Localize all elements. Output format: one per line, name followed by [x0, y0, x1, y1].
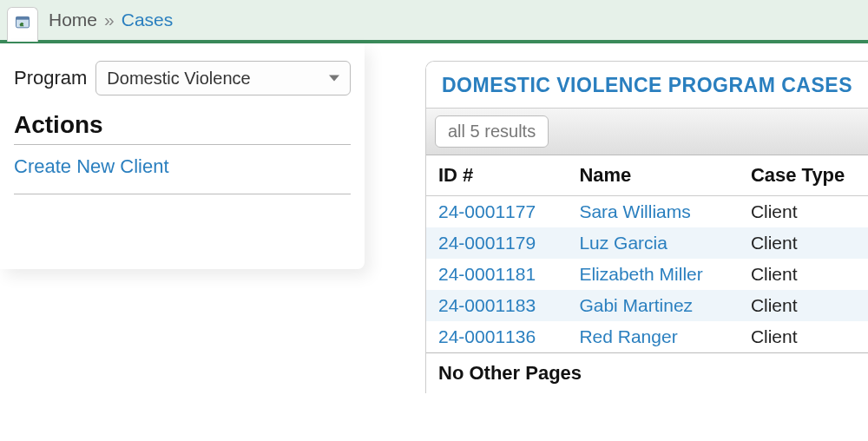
- cell-case-type: Client: [739, 290, 868, 321]
- case-name-link[interactable]: Gabi Martinez: [579, 295, 693, 315]
- case-id-link[interactable]: 24-0001179: [438, 233, 536, 253]
- cell-id: 24-0001183: [426, 290, 567, 321]
- results-toolbar: all 5 results: [426, 108, 868, 155]
- cell-id: 24-0001181: [426, 259, 567, 290]
- home-icon: [13, 14, 32, 36]
- pager-text: No Other Pages: [426, 352, 868, 393]
- results-count-button[interactable]: all 5 results: [435, 115, 549, 148]
- cell-id: 24-0001179: [426, 227, 567, 259]
- svg-rect-1: [16, 16, 30, 19]
- case-id-link[interactable]: 24-0001136: [438, 326, 536, 346]
- table-row: 24-0001177Sara WilliamsClient: [426, 196, 868, 228]
- cell-name: Sara Williams: [567, 196, 738, 228]
- cell-case-type: Client: [739, 259, 868, 290]
- cell-case-type: Client: [739, 227, 868, 259]
- case-name-link[interactable]: Red Ranger: [579, 326, 677, 346]
- program-selected-value: Domestic Violence: [107, 69, 250, 89]
- col-id[interactable]: ID #: [426, 155, 567, 196]
- case-id-link[interactable]: 24-0001183: [438, 295, 536, 315]
- create-new-client-link[interactable]: Create New Client: [14, 155, 351, 178]
- sidebar-panel: Program Domestic Violence Actions Create…: [0, 43, 365, 269]
- col-name[interactable]: Name: [567, 155, 738, 196]
- table-row: 24-0001136Red RangerClient: [426, 321, 868, 352]
- cell-name: Luz Garcia: [567, 227, 738, 259]
- col-case-type[interactable]: Case Type: [739, 155, 868, 196]
- cell-case-type: Client: [739, 321, 868, 352]
- breadcrumb-separator: »: [104, 10, 115, 30]
- actions-heading: Actions: [14, 111, 351, 139]
- case-name-link[interactable]: Luz Garcia: [579, 233, 667, 253]
- cases-table: ID # Name Case Type 24-0001177Sara Willi…: [426, 155, 868, 352]
- chevron-down-icon: [329, 76, 339, 82]
- cell-name: Elizabeth Miller: [567, 259, 738, 290]
- program-label: Program: [14, 67, 87, 89]
- case-id-link[interactable]: 24-0001177: [438, 201, 536, 221]
- program-select[interactable]: Domestic Violence: [95, 61, 351, 95]
- breadcrumb-home[interactable]: Home: [49, 10, 97, 30]
- breadcrumb-cases[interactable]: Cases: [122, 10, 174, 30]
- cell-id: 24-0001177: [426, 196, 567, 228]
- cases-tab-title: DOMESTIC VIOLENCE PROGRAM CASES: [426, 62, 868, 108]
- case-id-link[interactable]: 24-0001181: [438, 264, 536, 284]
- main-panel: DOMESTIC VIOLENCE PROGRAM CASES all 5 re…: [365, 43, 868, 393]
- breadcrumb: Home » Cases: [0, 0, 868, 43]
- cell-case-type: Client: [739, 196, 868, 228]
- case-name-link[interactable]: Elizabeth Miller: [579, 264, 702, 284]
- table-row: 24-0001181Elizabeth MillerClient: [426, 259, 868, 290]
- cell-id: 24-0001136: [426, 321, 567, 352]
- case-name-link[interactable]: Sara Williams: [579, 201, 690, 221]
- cell-name: Gabi Martinez: [567, 290, 738, 321]
- divider: [14, 194, 351, 194]
- table-row: 24-0001183Gabi MartinezClient: [426, 290, 868, 321]
- divider: [14, 144, 351, 145]
- table-row: 24-0001179Luz GarciaClient: [426, 227, 868, 259]
- cell-name: Red Ranger: [567, 321, 738, 352]
- home-icon-tab[interactable]: [7, 7, 38, 42]
